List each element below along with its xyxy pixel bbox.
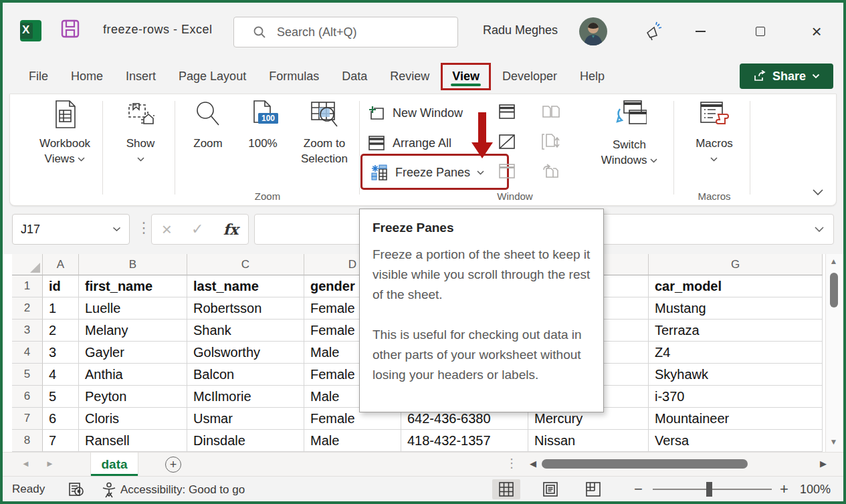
show-button[interactable]: Show <box>110 100 171 166</box>
cell-G8[interactable]: Versa <box>649 430 823 452</box>
cell-G5[interactable]: Skyhawk <box>649 364 823 386</box>
cell-B4[interactable]: Gayler <box>79 342 187 364</box>
horizontal-scrollbar[interactable] <box>542 459 817 469</box>
hide-button[interactable] <box>497 132 517 151</box>
cell-G6[interactable]: i-370 <box>649 386 823 408</box>
cell-B7[interactable]: Cloris <box>79 408 187 430</box>
accessibility-status[interactable]: Accessibility: Good to go <box>102 482 245 498</box>
synchronous-scrolling-button[interactable] <box>541 132 561 151</box>
cancel-icon[interactable]: × <box>162 219 172 240</box>
cell-A5[interactable]: 4 <box>43 364 79 386</box>
zoom-100-button[interactable]: 100 100% <box>237 100 288 151</box>
maximize-button[interactable] <box>742 15 778 48</box>
cell-G4[interactable]: Z4 <box>649 342 823 364</box>
insert-function-icon[interactable]: fx <box>223 221 239 238</box>
row-header-6[interactable]: 6 <box>12 386 43 408</box>
cell-C6[interactable]: McIlmorie <box>187 386 304 408</box>
coming-soon-icon[interactable] <box>635 15 671 48</box>
vertical-scrollbar[interactable]: ▲ ▼ <box>825 254 841 452</box>
row-header-7[interactable]: 7 <box>12 408 43 430</box>
row-header-4[interactable]: 4 <box>12 342 43 364</box>
minimize-button[interactable] <box>682 15 718 48</box>
share-button[interactable]: Share <box>740 64 833 89</box>
excel-app-icon[interactable]: X <box>20 20 41 41</box>
cell-A4[interactable]: 3 <box>43 342 79 364</box>
ribbon-tab-view[interactable]: View <box>441 63 491 90</box>
name-box[interactable]: J17 <box>12 214 130 245</box>
collapse-ribbon-button[interactable] <box>812 186 824 199</box>
cell-E8[interactable]: 418-432-1357 <box>401 430 528 452</box>
row-header-3[interactable]: 3 <box>12 320 43 342</box>
split-button[interactable] <box>497 102 517 121</box>
avatar[interactable] <box>579 17 607 45</box>
sheet-nav-right-icon[interactable]: ► <box>45 459 54 469</box>
cell-G1[interactable]: car_model <box>649 275 823 297</box>
cell-B5[interactable]: Anthia <box>79 364 187 386</box>
name-box-resize-handle[interactable]: ⋮ <box>136 219 151 237</box>
arrange-all-button[interactable]: Arrange All <box>367 132 451 154</box>
cell-A6[interactable]: 5 <box>43 386 79 408</box>
scroll-down-icon[interactable]: ▼ <box>830 434 838 449</box>
cell-C5[interactable]: Balcon <box>187 364 304 386</box>
row-header-1[interactable]: 1 <box>12 275 43 297</box>
ribbon-tab-page-layout[interactable]: Page Layout <box>167 63 257 90</box>
ribbon-tab-formulas[interactable]: Formulas <box>257 63 330 90</box>
switch-windows-button[interactable]: Switch Windows <box>589 100 669 168</box>
macros-button[interactable]: Macros <box>684 100 744 166</box>
cell-C3[interactable]: Shank <box>187 320 304 342</box>
hscroll-left-icon[interactable]: ◀ <box>530 459 536 469</box>
ribbon-tab-review[interactable]: Review <box>379 63 441 90</box>
cell-A8[interactable]: 7 <box>43 430 79 452</box>
cell-C7[interactable]: Usmar <box>187 408 304 430</box>
vertical-scrollbar-thumb[interactable] <box>830 273 838 307</box>
ribbon-tab-help[interactable]: Help <box>568 63 616 90</box>
cell-A2[interactable]: 1 <box>43 297 79 320</box>
zoom-percentage[interactable]: 100% <box>800 483 831 497</box>
cell-C2[interactable]: Robertsson <box>187 297 304 320</box>
column-header-B[interactable]: B <box>79 254 187 275</box>
column-header-C[interactable]: C <box>187 254 304 275</box>
horizontal-scrollbar-thumb[interactable] <box>542 459 748 469</box>
zoom-slider[interactable] <box>653 489 772 490</box>
sheet-tab-data[interactable]: data <box>90 453 138 476</box>
zoom-slider-thumb[interactable] <box>706 482 712 497</box>
cell-B2[interactable]: Luelle <box>79 297 187 320</box>
account-name[interactable]: Radu Meghes <box>483 23 558 37</box>
cell-B3[interactable]: Melany <box>79 320 187 342</box>
cell-G7[interactable]: Mountaineer <box>649 408 823 430</box>
search-input[interactable]: Search (Alt+Q) <box>233 17 458 47</box>
select-all-corner[interactable] <box>12 254 43 275</box>
enter-icon[interactable]: ✓ <box>191 221 203 238</box>
zoom-in-icon[interactable]: + <box>780 481 788 498</box>
macro-recording-icon[interactable] <box>68 482 84 499</box>
tab-bar-resize-handle[interactable]: ⋮ <box>506 456 518 471</box>
expand-formula-bar-icon[interactable] <box>814 223 825 235</box>
ribbon-tab-developer[interactable]: Developer <box>491 63 568 90</box>
ribbon-tab-home[interactable]: Home <box>60 63 114 90</box>
column-header-A[interactable]: A <box>43 254 79 275</box>
scroll-up-icon[interactable]: ▲ <box>830 254 838 269</box>
ribbon-tab-data[interactable]: Data <box>330 63 379 90</box>
new-window-button[interactable]: New Window <box>367 102 463 124</box>
column-header-G[interactable]: G <box>649 254 823 275</box>
cell-C1[interactable]: last_name <box>187 275 304 297</box>
cell-B6[interactable]: Peyton <box>79 386 187 408</box>
zoom-to-selection-button[interactable]: Zoom to Selection <box>291 100 358 166</box>
cell-C8[interactable]: Dinsdale <box>187 430 304 452</box>
cell-B8[interactable]: Ransell <box>79 430 187 452</box>
cell-G3[interactable]: Terraza <box>649 320 823 342</box>
sheet-nav-left-icon[interactable]: ◄ <box>21 459 30 469</box>
row-header-8[interactable]: 8 <box>12 430 43 452</box>
zoom-out-icon[interactable]: − <box>634 481 643 498</box>
cell-C4[interactable]: Golsworthy <box>187 342 304 364</box>
reset-window-position-button[interactable] <box>541 162 561 180</box>
unhide-button[interactable] <box>497 162 517 180</box>
close-button[interactable]: × <box>799 15 835 48</box>
cell-F8[interactable]: Nissan <box>528 430 649 452</box>
row-header-2[interactable]: 2 <box>12 297 43 320</box>
cell-B1[interactable]: first_name <box>79 275 187 297</box>
ribbon-tab-file[interactable]: File <box>17 63 60 90</box>
normal-view-button[interactable] <box>492 479 520 499</box>
row-header-5[interactable]: 5 <box>12 364 43 386</box>
workbook-views-button[interactable]: Workbook Views <box>27 100 102 166</box>
